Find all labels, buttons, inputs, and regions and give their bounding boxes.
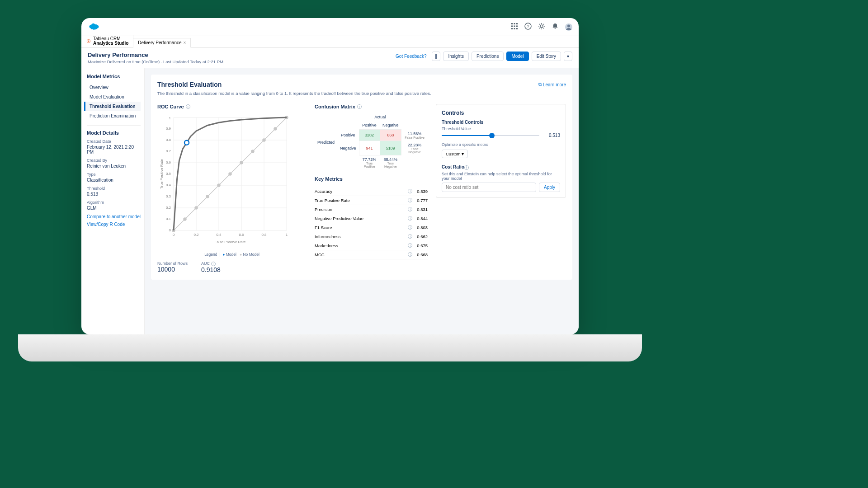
cost-ratio-label: Cost Ratio: [442, 164, 464, 169]
info-icon[interactable]: i: [186, 104, 190, 109]
svg-text:0.2: 0.2: [193, 233, 199, 237]
confusion-matrix: Actual PositiveNegative Predicted Positi…: [315, 113, 428, 170]
sidebar-item-prediction-examination[interactable]: Prediction Examination: [87, 111, 141, 121]
created-by-value: Reinier van Leuken: [87, 164, 141, 169]
info-icon[interactable]: i: [211, 262, 216, 266]
svg-text:1: 1: [286, 233, 288, 237]
sidebar-item-model-evaluation[interactable]: Model Evaluation: [87, 92, 141, 102]
pause-button[interactable]: ‖: [432, 52, 440, 61]
svg-point-14: [88, 41, 90, 42]
page-title: Delivery Performance: [88, 52, 223, 58]
avatar[interactable]: [565, 23, 572, 31]
optimize-label: Optimize a specific metric: [442, 142, 560, 147]
model-details-heading: Model Details: [87, 130, 141, 136]
view-r-code-link[interactable]: View/Copy R Code: [87, 222, 141, 227]
bell-icon[interactable]: [552, 23, 559, 32]
info-icon[interactable]: i: [408, 252, 412, 257]
info-icon[interactable]: i: [408, 234, 412, 239]
info-icon[interactable]: i: [408, 207, 412, 211]
svg-rect-4: [514, 25, 515, 27]
svg-point-11: [540, 25, 543, 28]
compare-model-link[interactable]: Compare to another model: [87, 214, 141, 219]
sidebar-heading: Model Metrics: [87, 74, 141, 79]
info-icon[interactable]: i: [408, 243, 412, 248]
svg-point-33: [229, 173, 231, 175]
key-metric-row: Accuracyi0.839: [315, 187, 428, 196]
svg-point-34: [240, 161, 243, 164]
info-icon[interactable]: i: [464, 165, 469, 170]
app-name-line2: Analytics Studio: [93, 41, 128, 46]
info-icon[interactable]: i: [357, 104, 362, 109]
threshold-value: 0.513: [87, 192, 141, 197]
optimize-metric-select[interactable]: Custom ▾: [442, 150, 468, 158]
cm-fp-shown: 941: [359, 141, 380, 155]
help-icon[interactable]: ?: [524, 23, 532, 32]
model-button[interactable]: Model: [506, 52, 528, 61]
svg-text:0.6: 0.6: [166, 160, 171, 164]
svg-rect-0: [511, 23, 513, 24]
key-metric-row: True Positive Ratei0.777: [315, 196, 428, 205]
svg-text:0.8: 0.8: [261, 233, 267, 237]
svg-text:0.9: 0.9: [166, 127, 171, 131]
algorithm-label: Algorithm: [87, 200, 141, 205]
svg-text:True Positive Rate: True Positive Rate: [160, 159, 164, 189]
svg-point-30: [195, 206, 198, 209]
app-launcher-tab[interactable]: Tableau CRM Analytics Studio: [81, 35, 133, 47]
cm-fn-shown: 668: [380, 130, 401, 141]
roc-title: ROC Curve: [157, 104, 184, 109]
apply-button[interactable]: Apply: [539, 183, 560, 192]
sidebar-item-overview[interactable]: Overview: [87, 83, 141, 92]
auc-value: 0.9108: [201, 266, 221, 273]
page-subtitle: Maximize Delivered on time (OnTime) · La…: [88, 59, 223, 64]
insights-button[interactable]: Insights: [443, 52, 468, 61]
key-metric-row: Negative Predictive Valuei0.844: [315, 214, 428, 223]
svg-text:0.1: 0.1: [166, 217, 171, 221]
svg-text:0.4: 0.4: [216, 233, 222, 237]
svg-rect-2: [516, 23, 518, 24]
roc-chart: 00.10.20.30.40.50.60.70.80.91 00.20.40.6…: [157, 113, 293, 249]
key-metric-row: Precisioni0.831: [315, 205, 428, 214]
svg-point-39: [184, 141, 189, 145]
info-icon[interactable]: i: [408, 225, 412, 230]
tab-delivery-performance[interactable]: Delivery Performance ×: [133, 38, 191, 48]
learn-more-link[interactable]: ⧉ Learn more: [538, 82, 566, 87]
type-label: Type: [87, 172, 141, 177]
slider-thumb[interactable]: [489, 133, 495, 138]
svg-point-32: [217, 184, 220, 187]
svg-rect-1: [514, 23, 515, 24]
chevron-down-icon[interactable]: ▾: [564, 52, 572, 61]
info-icon[interactable]: i: [408, 216, 412, 221]
cost-ratio-help: Set this and Einstein can help select th…: [442, 172, 560, 181]
cost-ratio-input[interactable]: [442, 183, 536, 192]
key-metric-row: MCCi0.668: [315, 250, 428, 259]
threshold-slider[interactable]: [442, 135, 539, 136]
info-icon[interactable]: i: [408, 198, 412, 202]
svg-point-35: [251, 150, 254, 153]
tableau-crm-icon: [86, 38, 91, 44]
num-rows-value: 10000: [157, 266, 188, 273]
sidebar-item-threshold-evaluation[interactable]: Threshold Evaluation: [84, 102, 141, 111]
got-feedback-link[interactable]: Got Feedback?: [393, 52, 429, 61]
controls-heading: Controls: [442, 110, 560, 116]
svg-text:0.8: 0.8: [166, 138, 171, 142]
key-metric-row: F1 Scorei0.803: [315, 223, 428, 232]
created-date-value: February 12, 2021 2:20 PM: [87, 145, 141, 155]
type-value: Classification: [87, 178, 141, 183]
algorithm-value: GLM: [87, 206, 141, 211]
cm-tp: 3282: [359, 130, 380, 141]
svg-text:1: 1: [169, 116, 171, 120]
threshold-value-label: Threshold Value: [442, 127, 560, 131]
confusion-title: Confusion Matrix: [315, 104, 355, 109]
svg-rect-8: [516, 28, 518, 29]
edit-story-button[interactable]: Edit Story: [532, 52, 561, 61]
salesforce-logo-icon: [88, 22, 99, 32]
threshold-slider-value: 0.513: [542, 133, 560, 138]
gear-icon[interactable]: [538, 23, 545, 32]
close-icon[interactable]: ×: [184, 40, 186, 45]
svg-text:0.6: 0.6: [239, 233, 244, 237]
section-title: Threshold Evaluation: [157, 81, 222, 88]
info-icon[interactable]: i: [408, 189, 412, 193]
apps-icon[interactable]: [511, 23, 518, 32]
predictions-button[interactable]: Predictions: [472, 52, 504, 61]
svg-text:0: 0: [173, 233, 175, 237]
